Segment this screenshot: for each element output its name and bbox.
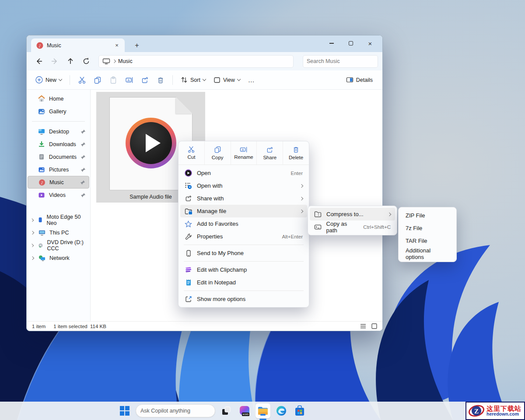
share-icon bbox=[266, 146, 273, 154]
view-button[interactable]: View bbox=[210, 73, 244, 87]
close-button[interactable]: × bbox=[360, 36, 380, 50]
navigation-bar: Music bbox=[27, 52, 382, 70]
sidebar-item-label: Videos bbox=[49, 192, 66, 198]
task-view-button[interactable] bbox=[219, 403, 234, 418]
search-input[interactable] bbox=[307, 58, 377, 64]
back-button[interactable] bbox=[32, 55, 46, 68]
see-more-button[interactable]: … bbox=[245, 73, 259, 87]
rename-action[interactable]: A Rename bbox=[231, 141, 257, 164]
svg-text:♪: ♪ bbox=[41, 180, 43, 185]
taskbar: M365 bbox=[0, 402, 525, 420]
delete-action[interactable]: Delete bbox=[283, 141, 309, 164]
sidebar-item-gallery[interactable]: Gallery bbox=[28, 105, 89, 118]
menu-item-edit-with-clipchamp[interactable]: Edit with Clipchamp bbox=[180, 263, 307, 276]
view-icon bbox=[214, 77, 220, 83]
breadcrumb-location[interactable]: Music bbox=[118, 58, 133, 64]
menu-item-add-to-favorites[interactable]: Add to Favorites bbox=[180, 217, 307, 230]
menu-item-tar-file[interactable]: TAR File bbox=[400, 234, 455, 247]
expand-chevron-icon[interactable] bbox=[31, 218, 34, 222]
menu-item-open[interactable]: Open Enter bbox=[180, 167, 307, 179]
explorer-tab-music[interactable]: ♪ Music × bbox=[31, 38, 125, 52]
delete-button[interactable] bbox=[153, 73, 168, 87]
submenu-chevron-icon bbox=[300, 209, 303, 213]
sidebar-item-dvd-drive[interactable]: DVD Drive (D:) CCC bbox=[28, 239, 89, 252]
m365-copilot-button[interactable]: M365 bbox=[237, 403, 252, 418]
expand-chevron-icon[interactable] bbox=[31, 231, 34, 234]
up-button[interactable] bbox=[63, 55, 77, 68]
sidebar-item-home[interactable]: Home bbox=[28, 92, 89, 105]
menu-shortcut: Ctrl+Shift+C bbox=[363, 224, 391, 230]
sidebar-item-label: Music bbox=[49, 179, 64, 186]
menu-item-manage-file[interactable]: Manage file bbox=[180, 205, 307, 217]
copilot-search-input[interactable] bbox=[140, 408, 211, 414]
sidebar-item-this-pc[interactable]: This PC bbox=[28, 226, 89, 239]
rename-button[interactable]: A bbox=[122, 73, 136, 87]
submenu-chevron-icon bbox=[300, 184, 303, 187]
share-button[interactable] bbox=[137, 73, 152, 87]
file-explorer-button[interactable] bbox=[256, 403, 270, 418]
expand-chevron-icon[interactable] bbox=[31, 256, 34, 259]
sidebar-item-downloads[interactable]: Downloads bbox=[28, 138, 89, 150]
menu-item-copy-as-path[interactable]: Copy as path Ctrl+Shift+C bbox=[310, 220, 395, 233]
address-bar[interactable]: Music bbox=[98, 55, 294, 68]
status-bar: 1 item 1 item selected 114 KB bbox=[27, 321, 382, 331]
sort-button[interactable]: Sort bbox=[177, 73, 209, 87]
details-view-icon[interactable] bbox=[360, 324, 366, 329]
menu-item-show-more-options[interactable]: Show more options bbox=[180, 293, 307, 305]
refresh-button[interactable] bbox=[79, 55, 93, 68]
copy-action[interactable]: Copy bbox=[205, 141, 231, 164]
new-tab-button[interactable]: + bbox=[132, 41, 142, 50]
navigation-pane: Home Gallery Desktop Downloads bbox=[27, 90, 91, 321]
sidebar-item-videos[interactable]: Videos bbox=[28, 189, 89, 201]
menu-item-properties[interactable]: Properties Alt+Enter bbox=[180, 230, 307, 243]
sidebar-item-network[interactable]: Network bbox=[28, 252, 89, 264]
search-box[interactable] bbox=[303, 55, 378, 68]
menu-item-7z-file[interactable]: 7z File bbox=[400, 222, 455, 234]
start-button[interactable] bbox=[117, 403, 132, 418]
sidebar-item-desktop[interactable]: Desktop bbox=[28, 125, 89, 138]
forward-button[interactable] bbox=[48, 55, 62, 68]
chevron-down-icon bbox=[59, 77, 62, 81]
menu-item-edit-in-notepad[interactable]: Edit in Notepad bbox=[180, 276, 307, 289]
cut-action[interactable]: Cut bbox=[178, 141, 205, 164]
menu-item-share-with[interactable]: Share with bbox=[180, 192, 307, 205]
sidebar-item-documents[interactable]: Documents bbox=[28, 150, 89, 163]
cut-button[interactable] bbox=[74, 73, 89, 87]
menu-item-label: Compress to... bbox=[326, 211, 364, 217]
copy-button[interactable] bbox=[90, 73, 105, 87]
microsoft-store-button[interactable] bbox=[292, 403, 307, 418]
paste-button[interactable] bbox=[106, 73, 121, 87]
pin-icon bbox=[80, 129, 86, 134]
sort-button-label: Sort bbox=[190, 77, 200, 83]
ellipsis-icon: … bbox=[248, 76, 255, 84]
menu-item-send-to-my-phone[interactable]: Send to My Phone bbox=[180, 247, 307, 259]
edge-button[interactable] bbox=[274, 403, 289, 418]
large-icons-view-icon[interactable] bbox=[371, 323, 377, 329]
menu-item-additional-options[interactable]: Additional options bbox=[400, 247, 455, 260]
copy-label: Copy bbox=[212, 155, 224, 160]
new-button[interactable]: New bbox=[32, 73, 65, 87]
share-action[interactable]: Share bbox=[257, 141, 283, 164]
expand-chevron-icon[interactable] bbox=[31, 244, 34, 247]
tab-close-icon[interactable]: × bbox=[112, 41, 121, 50]
menu-item-compress-to[interactable]: Compress to... bbox=[310, 208, 395, 220]
menu-item-zip-file[interactable]: ZIP File bbox=[400, 209, 455, 222]
details-button[interactable]: Details bbox=[343, 73, 376, 87]
network-icon bbox=[38, 255, 46, 261]
heredown-logo-icon: Z bbox=[468, 403, 485, 419]
sidebar-item-pictures[interactable]: Pictures bbox=[28, 163, 89, 176]
m365-copilot-icon: M365 bbox=[239, 405, 250, 416]
clipchamp-icon bbox=[185, 266, 192, 273]
copilot-search-box[interactable] bbox=[136, 404, 215, 417]
menu-item-open-with[interactable]: Open with bbox=[180, 179, 307, 192]
open-with-icon bbox=[185, 182, 192, 189]
rename-icon: A bbox=[240, 146, 248, 153]
menu-item-label: Edit with Clipchamp bbox=[197, 266, 247, 273]
minimize-button[interactable] bbox=[322, 36, 341, 50]
title-bar[interactable]: ♪ Music × + × bbox=[27, 35, 382, 52]
selection-status: 1 item selected 114 KB bbox=[53, 324, 106, 329]
sidebar-item-moto-edge[interactable]: Moto Edge 50 Neo bbox=[28, 214, 89, 226]
notepad-icon bbox=[186, 279, 192, 286]
sidebar-item-music[interactable]: ♪ Music bbox=[28, 176, 89, 189]
maximize-button[interactable] bbox=[341, 36, 360, 50]
